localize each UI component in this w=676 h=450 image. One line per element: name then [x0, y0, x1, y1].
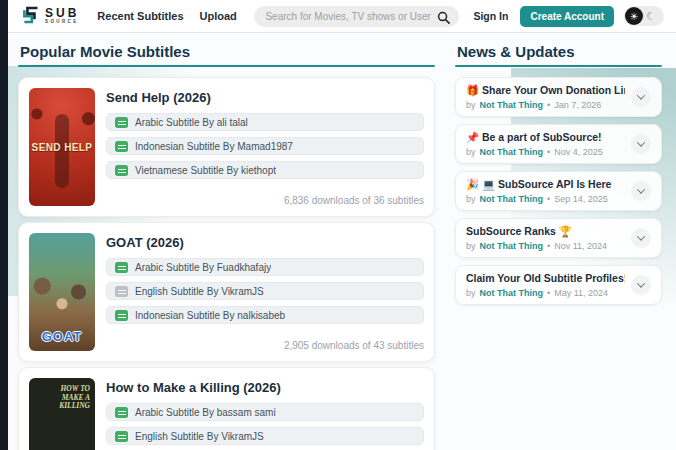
- news-by-label: by: [466, 194, 476, 204]
- movie-title[interactable]: GOAT (2026): [106, 235, 424, 250]
- movie-card: SEND HELP Send Help (2026) Arabic Subtit…: [18, 77, 435, 217]
- news-by-label: by: [466, 288, 476, 298]
- subtitle-row[interactable]: Vietnamese Subtitle By kiethopt: [106, 161, 424, 179]
- news-item[interactable]: 🎉 💻 SubSource API Is Here by Not That Th…: [455, 171, 662, 211]
- news-heading-underline: [455, 65, 662, 67]
- subtitle-flag-icon: [115, 431, 128, 442]
- subtitle-flag-icon: [115, 310, 128, 321]
- movie-card-list: SEND HELP Send Help (2026) Arabic Subtit…: [18, 77, 435, 450]
- create-account-button[interactable]: Create Account: [520, 6, 614, 27]
- subtitle-label: Indonesian Subtitle By nalkisabeb: [135, 310, 285, 321]
- search-icon[interactable]: [437, 10, 450, 23]
- subtitle-label: Arabic Subtitle By bassam sami: [135, 407, 276, 418]
- expand-news-button[interactable]: [631, 87, 651, 107]
- news-author-link[interactable]: Not That Thing: [480, 288, 543, 298]
- news-item-title: 📌 Be a part of SubSource!: [466, 131, 625, 144]
- expand-news-button[interactable]: [631, 181, 651, 201]
- moon-icon[interactable]: ☾: [646, 10, 656, 23]
- news-author-link[interactable]: Not That Thing: [480, 194, 543, 204]
- subtitle-label: English Subtitle By VikramJS: [135, 431, 264, 442]
- subtitle-flag-icon: [115, 117, 128, 128]
- news-date: Nov 4, 2025: [554, 147, 603, 157]
- subtitle-row[interactable]: Indonesian Subtitle By Mamad1987: [106, 137, 424, 155]
- subtitle-list: Arabic Subtitle By ali talal Indonesian …: [106, 113, 424, 185]
- movie-poster[interactable]: GOAT: [29, 233, 95, 351]
- page: SUB SOURCE Recent Subtitles Upload Sign …: [8, 0, 676, 450]
- movie-card: GOAT GOAT (2026) Arabic Subtitle By Fuad…: [18, 222, 435, 362]
- chevron-down-icon: [637, 279, 645, 287]
- news-date: Jan 7, 2026: [554, 100, 601, 110]
- news-item[interactable]: Claim Your Old Subtitle Profiles! 💎 by N…: [455, 265, 662, 305]
- news-date-separator: •: [547, 288, 550, 298]
- logo-icon: [20, 4, 41, 29]
- expand-news-button[interactable]: [631, 228, 651, 248]
- movie-stats: 2,905 downloads of 43 subtitles: [106, 336, 424, 351]
- news-item-title: SubSource Ranks 🏆: [466, 225, 625, 238]
- subtitle-flag-icon: [115, 407, 128, 418]
- sign-in-link[interactable]: Sign In: [473, 10, 508, 22]
- subtitle-row[interactable]: Arabic Subtitle By ali talal: [106, 113, 424, 131]
- subtitle-row[interactable]: Arabic Subtitle By bassam sami: [106, 403, 424, 421]
- subtitle-flag-icon: [115, 286, 128, 297]
- news-by-label: by: [466, 100, 476, 110]
- movie-stats: 6,836 downloads of 36 subtitles: [106, 191, 424, 206]
- subtitle-row[interactable]: English Subtitle By VikramJS: [106, 427, 424, 445]
- main-content: Popular Movie Subtitles SEND HELP Send H…: [8, 33, 676, 450]
- chevron-down-icon: [637, 232, 645, 240]
- chevron-down-icon: [637, 185, 645, 193]
- news-item-title: Claim Your Old Subtitle Profiles! 💎: [466, 272, 625, 285]
- subtitle-flag-icon: [115, 141, 128, 152]
- main-nav: Recent Subtitles Upload: [97, 10, 236, 22]
- news-item[interactable]: 📌 Be a part of SubSource! by Not That Th…: [455, 124, 662, 164]
- news-card-list: 🎁 Share Your Own Donation Link by Not Th…: [455, 77, 662, 305]
- logo-subtext: SOURCE: [45, 20, 79, 25]
- movie-title[interactable]: How to Make a Killing (2026): [106, 380, 424, 395]
- news-date: Sep 14, 2025: [554, 194, 608, 204]
- news-updates-section: News & Updates 🎁 Share Your Own Donation…: [455, 43, 662, 312]
- logo-text: SUB: [45, 7, 79, 19]
- poster-title-text: GOAT: [29, 329, 95, 344]
- left-dark-strip: [0, 0, 8, 450]
- news-date: May 11, 2024: [554, 288, 608, 298]
- subtitle-label: Arabic Subtitle By Fuadkhafajy: [135, 262, 271, 273]
- poster-title-text: HOW TO MAKE A KILLING: [42, 385, 90, 411]
- nav-recent-subtitles[interactable]: Recent Subtitles: [97, 10, 183, 22]
- news-item[interactable]: SubSource Ranks 🏆 by Not That Thing • No…: [455, 218, 662, 258]
- search-input[interactable]: [254, 6, 459, 27]
- chevron-down-icon: [637, 91, 645, 99]
- subtitle-row[interactable]: Indonesian Subtitle By nalkisabeb: [106, 306, 424, 324]
- subtitle-label: Vietnamese Subtitle By kiethopt: [135, 165, 276, 176]
- subtitle-label: Indonesian Subtitle By Mamad1987: [135, 141, 293, 152]
- poster-title-text: SEND HELP: [29, 142, 95, 153]
- subtitle-row[interactable]: English Subtitle By VikramJS: [106, 282, 424, 300]
- news-item[interactable]: 🎁 Share Your Own Donation Link by Not Th…: [455, 77, 662, 117]
- news-date-separator: •: [547, 194, 550, 204]
- movie-poster[interactable]: SEND HELP: [29, 88, 95, 206]
- news-item-title: 🎉 💻 SubSource API Is Here: [466, 178, 625, 191]
- expand-news-button[interactable]: [631, 275, 651, 295]
- theme-toggle[interactable]: ☀ ☾: [624, 6, 664, 26]
- subtitle-row[interactable]: Arabic Subtitle By Fuadkhafajy: [106, 258, 424, 276]
- popular-heading-underline: [18, 65, 435, 67]
- logo[interactable]: SUB SOURCE: [20, 4, 79, 29]
- popular-movies-section: Popular Movie Subtitles SEND HELP Send H…: [18, 43, 435, 450]
- chevron-down-icon: [637, 138, 645, 146]
- news-author-link[interactable]: Not That Thing: [480, 100, 543, 110]
- news-author-link[interactable]: Not That Thing: [480, 241, 543, 251]
- movie-poster[interactable]: HOW TO MAKE A KILLING: [29, 378, 95, 450]
- movie-card: HOW TO MAKE A KILLING How to Make a Kill…: [18, 367, 435, 450]
- nav-upload[interactable]: Upload: [200, 10, 237, 22]
- news-updates-heading: News & Updates: [457, 43, 662, 60]
- subtitle-flag-icon: [115, 262, 128, 273]
- subtitle-label: English Subtitle By VikramJS: [135, 286, 264, 297]
- search-bar: [254, 6, 459, 27]
- news-date-separator: •: [547, 100, 550, 110]
- news-date-separator: •: [547, 241, 550, 251]
- subtitle-list: Arabic Subtitle By Fuadkhafajy English S…: [106, 258, 424, 330]
- news-author-link[interactable]: Not That Thing: [480, 147, 543, 157]
- header: SUB SOURCE Recent Subtitles Upload Sign …: [8, 0, 676, 33]
- sun-icon[interactable]: ☀: [625, 7, 643, 25]
- movie-title[interactable]: Send Help (2026): [106, 90, 424, 105]
- news-item-title: 🎁 Share Your Own Donation Link: [466, 84, 625, 97]
- expand-news-button[interactable]: [631, 134, 651, 154]
